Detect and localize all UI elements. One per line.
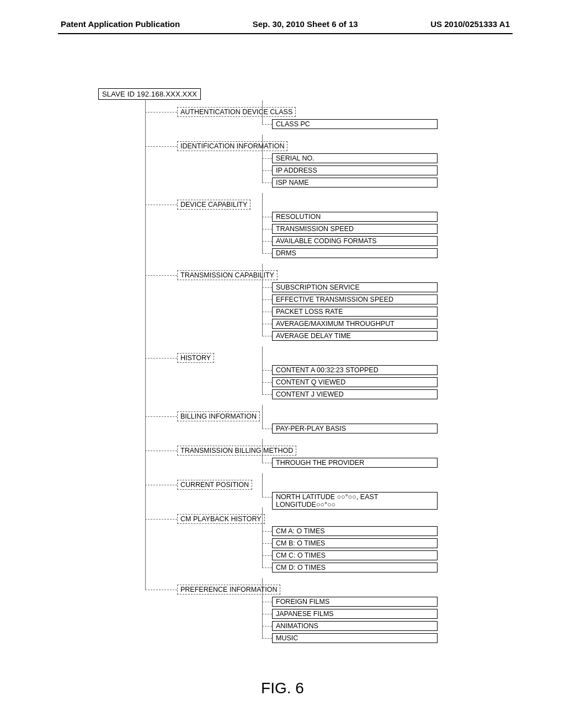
item-row: EFFECTIVE TRANSMISSION SPEED bbox=[272, 295, 495, 307]
item-connector bbox=[262, 336, 272, 336]
item-box: TRANSMISSION SPEED bbox=[272, 224, 438, 234]
section-label: IDENTIFICATION INFORMATION bbox=[177, 141, 287, 151]
header-rule bbox=[58, 33, 513, 34]
section: TRANSMISSION CAPABILITYSUBSCRIPTION SERV… bbox=[145, 270, 495, 343]
section: AUTHENTICATION DEVICE CLASSCLASS PC bbox=[145, 107, 495, 131]
section-label: BILLING INFORMATION bbox=[177, 411, 260, 421]
item-row: CONTENT Q VIEWED bbox=[272, 377, 495, 389]
section-connector bbox=[145, 519, 177, 520]
item-box: MUSIC bbox=[272, 633, 438, 643]
section-items: NORTH LATITUDE ○○°○○, EAST LONGITUDE○○°○… bbox=[272, 480, 495, 504]
item-row: AVERAGE DELAY TIME bbox=[272, 331, 495, 343]
item-row: SUBSCRIPTION SERVICE bbox=[272, 282, 495, 295]
item-connector bbox=[262, 158, 272, 159]
section: PREFERENCE INFORMATIONFOREIGN FILMSJAPAN… bbox=[145, 585, 495, 645]
item-box: THROUGH THE PROVIDER bbox=[272, 458, 438, 468]
item-row: AVERAGE/MAXIMUM THROUGHPUT bbox=[272, 319, 495, 331]
item-row: FOREIGN FILMS bbox=[272, 597, 495, 609]
item-box: DRMS bbox=[272, 248, 438, 258]
tree-diagram: SLAVE ID 192.168.XXX.XXX AUTHENTICATION … bbox=[98, 88, 495, 100]
section-label: DEVICE CAPABILITY bbox=[177, 200, 250, 210]
item-box: PACKET LOSS RATE bbox=[272, 307, 438, 317]
section-label: CM PLAYBACK HISTORY bbox=[177, 514, 265, 524]
section-items: CONTENT A 00:32:23 STOPPEDCONTENT Q VIEW… bbox=[272, 353, 495, 402]
item-connector bbox=[262, 602, 272, 602]
item-box: AVERAGE DELAY TIME bbox=[272, 331, 438, 341]
item-row: RESOLUTION bbox=[272, 212, 495, 224]
item-connector bbox=[262, 183, 272, 183]
item-connector bbox=[262, 124, 272, 125]
section-items: PAY-PER-PLAY BASIS bbox=[272, 411, 495, 436]
item-connector bbox=[262, 638, 272, 639]
item-box: NORTH LATITUDE ○○°○○, EAST LONGITUDE○○°○… bbox=[272, 492, 438, 510]
item-connector bbox=[262, 394, 272, 395]
item-connector bbox=[262, 568, 272, 568]
item-row: JAPANESE FILMS bbox=[272, 609, 495, 621]
section-items: CLASS PC bbox=[272, 107, 495, 131]
item-connector bbox=[262, 229, 272, 229]
item-row: THROUGH THE PROVIDER bbox=[272, 458, 495, 470]
items-trunk-line bbox=[262, 439, 263, 463]
section-items: CM A: O TIMESCM B: O TIMESCM C: O TIMESC… bbox=[272, 514, 495, 575]
item-row: CONTENT J VIEWED bbox=[272, 389, 495, 402]
item-box: SERIAL NO. bbox=[272, 153, 438, 163]
item-box: FOREIGN FILMS bbox=[272, 597, 438, 607]
item-row: NORTH LATITUDE ○○°○○, EAST LONGITUDE○○°○… bbox=[272, 492, 495, 504]
section-connector bbox=[145, 275, 177, 276]
section-connector bbox=[145, 590, 177, 590]
item-connector bbox=[262, 324, 272, 324]
section-items: FOREIGN FILMSJAPANESE FILMSANIMATIONSMUS… bbox=[272, 585, 495, 645]
item-row: CM B: O TIMES bbox=[272, 538, 495, 550]
item-row: DRMS bbox=[272, 248, 495, 260]
items-trunk-line bbox=[262, 100, 263, 124]
item-row: CM A: O TIMES bbox=[272, 526, 495, 538]
item-box: CM C: O TIMES bbox=[272, 550, 438, 560]
section-connector bbox=[145, 205, 177, 205]
item-connector bbox=[262, 370, 272, 371]
item-box: ANIMATIONS bbox=[272, 621, 438, 631]
item-connector bbox=[262, 555, 272, 556]
item-connector bbox=[262, 382, 272, 383]
item-box: CM A: O TIMES bbox=[272, 526, 438, 536]
item-box: AVAILABLE CODING FORMATS bbox=[272, 236, 438, 246]
section-connector bbox=[145, 112, 177, 113]
item-connector bbox=[262, 626, 272, 627]
header-center: Sep. 30, 2010 Sheet 6 of 13 bbox=[253, 19, 358, 29]
item-box: CM D: O TIMES bbox=[272, 563, 438, 572]
item-connector bbox=[262, 463, 272, 463]
item-connector bbox=[262, 497, 272, 497]
section-connector bbox=[145, 451, 177, 451]
section-label: CURRENT POSITION bbox=[177, 480, 252, 490]
section-connector bbox=[145, 358, 177, 358]
item-row: AVAILABLE CODING FORMATS bbox=[272, 236, 495, 248]
item-row: CM D: O TIMES bbox=[272, 563, 495, 575]
item-box: CONTENT Q VIEWED bbox=[272, 377, 438, 387]
item-box: CM B: O TIMES bbox=[272, 538, 438, 548]
section: IDENTIFICATION INFORMATIONSERIAL NO.IP A… bbox=[145, 141, 495, 190]
section: DEVICE CAPABILITYRESOLUTIONTRANSMISSION … bbox=[145, 200, 495, 260]
item-row: TRANSMISSION SPEED bbox=[272, 224, 495, 236]
item-box: SUBSCRIPTION SERVICE bbox=[272, 282, 438, 292]
section-connector bbox=[145, 146, 177, 147]
items-trunk-line bbox=[262, 193, 263, 253]
item-row: CM C: O TIMES bbox=[272, 550, 495, 563]
item-box: AVERAGE/MAXIMUM THROUGHPUT bbox=[272, 319, 438, 329]
page-header: Patent Application Publication Sep. 30, … bbox=[0, 0, 565, 33]
item-connector bbox=[262, 287, 272, 288]
items-trunk-line bbox=[262, 405, 263, 429]
item-connector bbox=[262, 217, 272, 217]
item-connector bbox=[262, 170, 272, 171]
item-box: CLASS PC bbox=[272, 119, 438, 129]
items-trunk-line bbox=[262, 473, 263, 497]
section: HISTORYCONTENT A 00:32:23 STOPPEDCONTENT… bbox=[145, 353, 495, 402]
header-right: US 2010/0251333 A1 bbox=[430, 19, 510, 29]
item-box: EFFECTIVE TRANSMISSION SPEED bbox=[272, 295, 438, 304]
section-label: PREFERENCE INFORMATION bbox=[177, 585, 280, 595]
section: CURRENT POSITIONNORTH LATITUDE ○○°○○, EA… bbox=[145, 480, 495, 504]
item-row: CONTENT A 00:32:23 STOPPED bbox=[272, 365, 495, 377]
section-items: SUBSCRIPTION SERVICEEFFECTIVE TRANSMISSI… bbox=[272, 270, 495, 343]
item-box: IP ADDRESS bbox=[272, 165, 438, 175]
item-connector bbox=[262, 531, 272, 532]
section-items: RESOLUTIONTRANSMISSION SPEEDAVAILABLE CO… bbox=[272, 200, 495, 260]
item-box: RESOLUTION bbox=[272, 212, 438, 222]
